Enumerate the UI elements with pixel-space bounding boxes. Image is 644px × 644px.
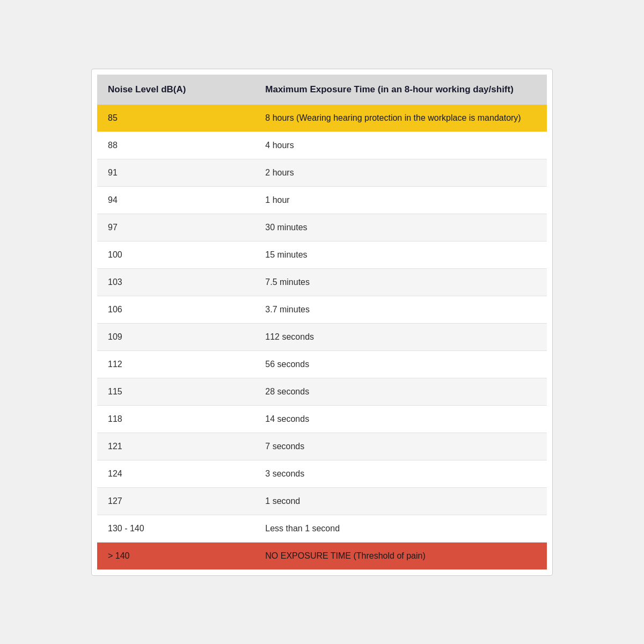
cell-noise-level: 94	[97, 186, 254, 214]
table-row: 912 hours	[97, 159, 547, 186]
cell-exposure-time: 30 minutes	[254, 214, 547, 241]
cell-noise-level: 121	[97, 433, 254, 460]
cell-noise-level: 112	[97, 350, 254, 378]
cell-noise-level: 103	[97, 268, 254, 296]
cell-exposure-time: Less than 1 second	[254, 515, 547, 542]
table-row: 1243 seconds	[97, 460, 547, 487]
table-row: > 140NO EXPOSURE TIME (Threshold of pain…	[97, 542, 547, 569]
cell-noise-level: 100	[97, 241, 254, 268]
cell-noise-level: 115	[97, 378, 254, 405]
cell-exposure-time: 28 seconds	[254, 378, 547, 405]
cell-noise-level: 91	[97, 159, 254, 186]
cell-exposure-time: 15 minutes	[254, 241, 547, 268]
table-row: 1271 second	[97, 487, 547, 515]
table-row: 11814 seconds	[97, 405, 547, 433]
table-row: 1037.5 minutes	[97, 268, 547, 296]
table-row: 858 hours (Wearing hearing protection in…	[97, 105, 547, 132]
cell-noise-level: 97	[97, 214, 254, 241]
cell-exposure-time: 14 seconds	[254, 405, 547, 433]
cell-exposure-time: 112 seconds	[254, 323, 547, 350]
table-row: 1063.7 minutes	[97, 296, 547, 323]
cell-noise-level: 118	[97, 405, 254, 433]
header-exposure-time: Maximum Exposure Time (in an 8-hour work…	[254, 75, 547, 105]
cell-exposure-time: 7 seconds	[254, 433, 547, 460]
cell-noise-level: 85	[97, 105, 254, 132]
table-row: 109112 seconds	[97, 323, 547, 350]
cell-exposure-time: 2 hours	[254, 159, 547, 186]
cell-noise-level: 88	[97, 131, 254, 159]
noise-exposure-table: Noise Level dB(A) Maximum Exposure Time …	[97, 75, 547, 570]
cell-noise-level: > 140	[97, 542, 254, 569]
table-row: 941 hour	[97, 186, 547, 214]
header-noise-level: Noise Level dB(A)	[97, 75, 254, 105]
table-row: 1217 seconds	[97, 433, 547, 460]
cell-exposure-time: 4 hours	[254, 131, 547, 159]
table-header-row: Noise Level dB(A) Maximum Exposure Time …	[97, 75, 547, 105]
cell-exposure-time: NO EXPOSURE TIME (Threshold of pain)	[254, 542, 547, 569]
table-row: 11256 seconds	[97, 350, 547, 378]
table-row: 884 hours	[97, 131, 547, 159]
cell-exposure-time: 1 second	[254, 487, 547, 515]
cell-exposure-time: 7.5 minutes	[254, 268, 547, 296]
cell-exposure-time: 56 seconds	[254, 350, 547, 378]
cell-noise-level: 109	[97, 323, 254, 350]
cell-noise-level: 130 - 140	[97, 515, 254, 542]
cell-exposure-time: 3 seconds	[254, 460, 547, 487]
table-row: 10015 minutes	[97, 241, 547, 268]
table-row: 11528 seconds	[97, 378, 547, 405]
cell-exposure-time: 8 hours (Wearing hearing protection in t…	[254, 105, 547, 132]
table-row: 130 - 140Less than 1 second	[97, 515, 547, 542]
table-row: 9730 minutes	[97, 214, 547, 241]
cell-noise-level: 124	[97, 460, 254, 487]
cell-exposure-time: 3.7 minutes	[254, 296, 547, 323]
cell-noise-level: 106	[97, 296, 254, 323]
cell-noise-level: 127	[97, 487, 254, 515]
noise-exposure-table-wrapper: Noise Level dB(A) Maximum Exposure Time …	[91, 69, 553, 576]
cell-exposure-time: 1 hour	[254, 186, 547, 214]
